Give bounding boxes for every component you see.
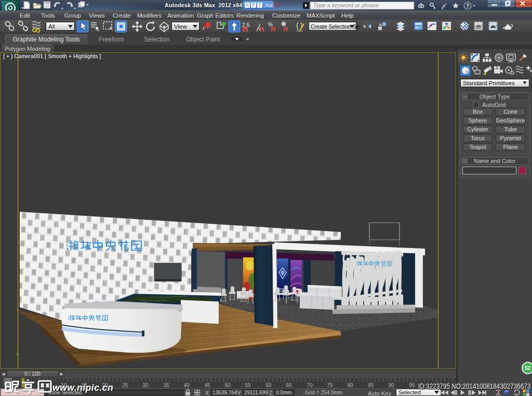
svg-text:80: 80 <box>347 383 353 388</box>
svg-text:55: 55 <box>245 383 251 388</box>
svg-text:45: 45 <box>204 383 210 388</box>
svg-text:Teapot: Teapot <box>469 144 486 150</box>
svg-text:30: 30 <box>142 383 149 388</box>
svg-text:75: 75 <box>327 383 333 388</box>
svg-text:35: 35 <box>163 383 169 388</box>
svg-text:95: 95 <box>409 383 415 388</box>
svg-text:Tube: Tube <box>504 126 517 132</box>
svg-text:Cylinder: Cylinder <box>467 126 488 132</box>
svg-text:90: 90 <box>388 383 394 388</box>
svg-text:ABC: ABC <box>297 29 303 32</box>
svg-text:70: 70 <box>307 383 313 388</box>
svg-text:All: All <box>48 23 55 30</box>
svg-text:Type a keyword or phrase: Type a keyword or phrase <box>313 2 379 8</box>
svg-text:85: 85 <box>368 383 374 388</box>
svg-text:Name and Color: Name and Color <box>474 158 515 164</box>
svg-text:%: % <box>268 22 273 28</box>
svg-text:Torus: Torus <box>471 135 485 141</box>
svg-text:Standard Primitives: Standard Primitives <box>463 80 515 86</box>
svg-text:?: ? <box>466 3 469 9</box>
svg-text:Pyramid: Pyramid <box>500 135 521 141</box>
svg-text:65: 65 <box>286 383 292 388</box>
svg-text:60: 60 <box>265 383 272 388</box>
svg-text:Plane: Plane <box>503 144 517 150</box>
svg-text:Cone: Cone <box>503 108 517 115</box>
svg-text:.max: .max <box>263 3 273 8</box>
svg-text:AutoGrid: AutoGrid <box>482 102 506 108</box>
svg-text:[ + ] Camera001 [ Smooth + Hig: [ + ] Camera001 [ Smooth + Highlights ] <box>3 53 101 59</box>
svg-text:Object Type: Object Type <box>480 93 510 100</box>
svg-text:Sphere: Sphere <box>469 117 487 124</box>
svg-text:50: 50 <box>224 383 231 388</box>
svg-text:View: View <box>174 23 187 30</box>
svg-text:40: 40 <box>183 383 190 388</box>
svg-text:Box: Box <box>473 108 483 115</box>
svg-text:25: 25 <box>122 383 128 388</box>
svg-text:GeoSphere: GeoSphere <box>496 117 525 124</box>
svg-text:52: 52 <box>525 365 531 371</box>
svg-text:1: 1 <box>368 23 371 29</box>
